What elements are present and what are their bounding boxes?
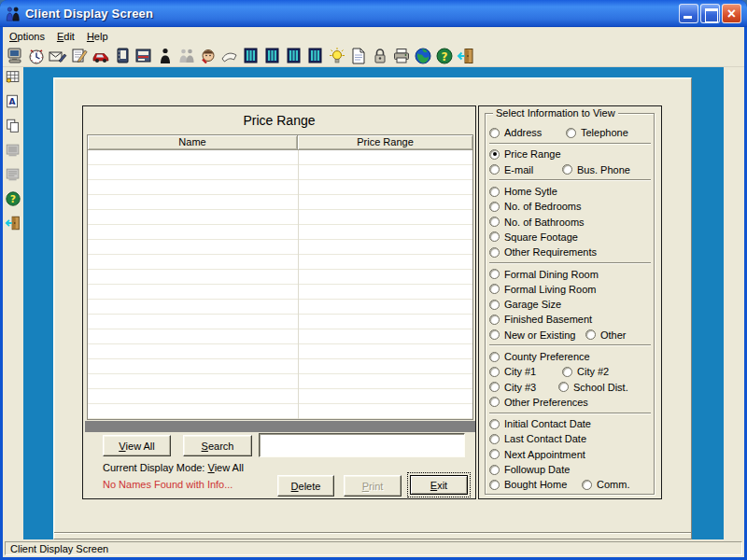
radio-button-icon[interactable] (489, 434, 500, 444)
table-row[interactable] (88, 300, 472, 315)
document-icon[interactable] (349, 47, 368, 65)
radio-button-icon[interactable] (562, 367, 572, 377)
table-row[interactable] (88, 210, 472, 225)
radio-button-icon[interactable] (489, 480, 500, 490)
globe-icon[interactable] (414, 47, 432, 65)
radio-button-icon[interactable] (566, 128, 576, 138)
radio-button-icon[interactable] (489, 419, 500, 429)
close-icon[interactable] (722, 4, 741, 23)
horizontal-scrollbar[interactable] (85, 421, 475, 432)
radio-option-garage-size[interactable]: Garage Size (489, 299, 561, 310)
radio-button-icon[interactable] (562, 164, 572, 175)
table-row[interactable] (88, 404, 472, 419)
radio-button-icon[interactable] (489, 397, 500, 407)
menu-help[interactable]: Help (87, 31, 108, 42)
exit-door-icon[interactable] (457, 47, 475, 65)
column-header-price-range[interactable]: Price Range (298, 135, 472, 149)
radio-button-icon[interactable] (489, 367, 500, 377)
minimize-icon[interactable] (679, 4, 698, 23)
radio-option-city-2[interactable]: City #2 (562, 364, 609, 379)
table-row[interactable] (88, 270, 472, 285)
view-all-button[interactable]: View All (103, 435, 171, 456)
table-row[interactable] (88, 150, 472, 165)
radio-button-icon[interactable] (489, 247, 500, 258)
radio-option-last-contact-date[interactable]: Last Contact Date (489, 433, 586, 444)
car-icon[interactable] (92, 47, 110, 65)
printer-icon[interactable] (392, 47, 411, 65)
phone-icon[interactable] (220, 47, 239, 65)
table-row[interactable] (88, 180, 472, 195)
radio-option-no-of-bedrooms[interactable]: No. of Bedrooms (489, 201, 582, 212)
radio-option-initial-contact-date[interactable]: Initial Contact Date (489, 418, 591, 429)
radio-option-price-range[interactable]: Price Range (489, 148, 561, 160)
copy-icon[interactable] (5, 118, 21, 134)
radio-option-school-dist[interactable]: School Dist. (558, 379, 628, 394)
radio-option-other[interactable]: Other (585, 328, 627, 343)
menu-edit[interactable]: Edit (57, 31, 75, 42)
table-row[interactable] (88, 315, 472, 329)
radio-option-no-of-bathrooms[interactable]: No. of Bathrooms (489, 217, 585, 228)
radio-button-icon[interactable] (489, 329, 500, 340)
table-row[interactable] (88, 240, 472, 255)
person-phone-icon[interactable] (199, 47, 218, 65)
exit-button[interactable]: Exit (410, 475, 468, 495)
radio-button-icon[interactable] (489, 465, 500, 475)
maximize-icon[interactable] (700, 4, 720, 23)
radio-button-icon[interactable] (558, 382, 569, 392)
table-row[interactable] (88, 255, 472, 270)
clock-icon[interactable] (27, 47, 46, 65)
table-row[interactable] (88, 344, 472, 359)
radio-option-home-sytle[interactable]: Home Sytle (489, 186, 557, 197)
building-icon[interactable] (263, 47, 282, 65)
table-grid-icon[interactable] (5, 69, 21, 86)
search-input[interactable] (259, 433, 465, 457)
notepad-icon[interactable] (70, 47, 89, 65)
radio-button-icon[interactable] (489, 202, 500, 212)
table-row[interactable] (88, 165, 472, 180)
form-icon[interactable] (134, 47, 153, 65)
radio-option-city-1[interactable]: City #1 (489, 366, 536, 377)
column-header-name[interactable]: Name (88, 135, 298, 149)
radio-option-address[interactable]: Address (489, 127, 542, 138)
radio-option-other-preferences[interactable]: Other Preferences (489, 397, 588, 408)
radio-button-icon[interactable] (489, 382, 500, 392)
radio-option-bought-home[interactable]: Bought Home (489, 479, 567, 490)
delete-button[interactable]: Delete (277, 475, 334, 497)
radio-button-icon[interactable] (489, 315, 500, 325)
radio-option-formal-living-room[interactable]: Formal Living Room (489, 284, 596, 295)
table-row[interactable] (88, 359, 472, 374)
radio-button-icon[interactable] (489, 449, 500, 459)
radio-button-icon[interactable] (489, 284, 500, 294)
table-row[interactable] (88, 329, 472, 344)
radio-option-comm[interactable]: Comm. (582, 477, 629, 492)
radio-button-icon[interactable] (489, 231, 500, 242)
mail-pen-icon[interactable] (49, 47, 67, 65)
table-row[interactable] (88, 285, 472, 300)
help-icon[interactable]: ? (5, 190, 21, 207)
radio-button-icon[interactable] (489, 187, 500, 197)
radio-option-other-requirements[interactable]: Other Requirements (489, 246, 597, 258)
radio-button-icon[interactable] (489, 300, 500, 310)
radio-option-bus-phone[interactable]: Bus. Phone (562, 162, 630, 177)
radio-button-icon[interactable] (489, 128, 500, 138)
search-button[interactable]: Search (183, 435, 252, 456)
radio-option-county-preference[interactable]: County Preference (489, 351, 590, 362)
building-icon[interactable] (285, 47, 303, 65)
exit-door-icon[interactable] (5, 215, 21, 231)
radio-button-icon[interactable] (489, 149, 500, 160)
table-row[interactable] (88, 195, 472, 210)
radio-option-e-mail[interactable]: E-mail (489, 164, 533, 175)
radio-option-new-or-existing[interactable]: New or Existing (489, 329, 575, 341)
building-icon[interactable] (242, 47, 261, 65)
radio-option-next-appointment[interactable]: Next Appointment (489, 449, 585, 460)
lock-icon[interactable] (371, 47, 389, 65)
table-row[interactable] (88, 225, 472, 240)
person-icon[interactable] (156, 47, 175, 65)
bulb-icon[interactable] (328, 47, 346, 65)
radio-button-icon[interactable] (489, 269, 500, 279)
radio-option-square-footage[interactable]: Square Footage (489, 231, 578, 243)
radio-button-icon[interactable] (489, 217, 500, 227)
table-row[interactable] (88, 389, 472, 404)
font-a-icon[interactable]: A (5, 93, 21, 110)
radio-option-followup-date[interactable]: Followup Date (489, 464, 570, 475)
